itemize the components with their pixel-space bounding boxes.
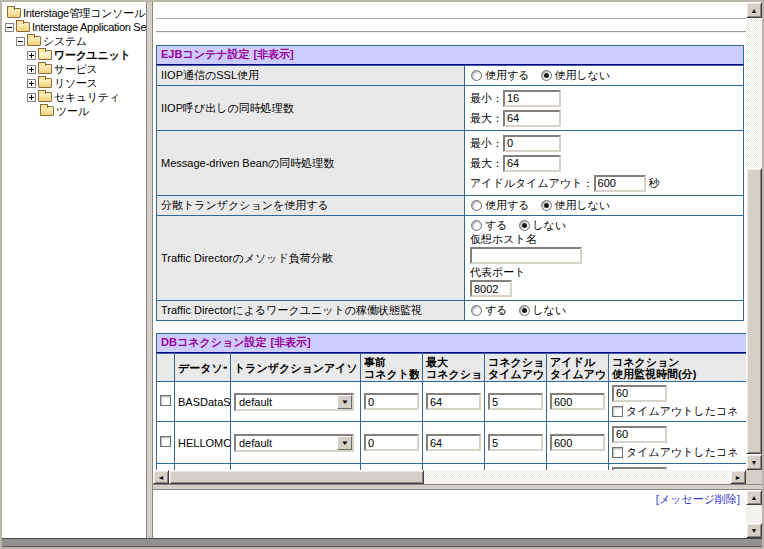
max-label: 最大：	[470, 111, 503, 126]
plus-expander-icon[interactable]	[27, 93, 36, 102]
row-select-checkbox[interactable]	[160, 436, 171, 447]
radio-td-monitor-yes[interactable]	[471, 305, 482, 316]
radio-td-monitor-yes-label[interactable]: する	[485, 303, 508, 318]
timeout-connection-checkbox-label[interactable]: タイムアウトしたコネ	[626, 404, 739, 419]
mdb-min-input[interactable]	[503, 135, 561, 152]
idle-timeout-input[interactable]	[550, 434, 605, 451]
tree-item-label: Interstage Application Server	[32, 21, 146, 33]
datasource-name: HELLOMC	[175, 422, 231, 464]
mdb-idle-timeout-input[interactable]	[594, 175, 646, 192]
scroll-down-button[interactable]	[746, 454, 762, 470]
connection-timeout-input[interactable]	[488, 434, 543, 451]
plus-expander-icon[interactable]	[27, 65, 36, 74]
plus-expander-icon[interactable]	[27, 51, 36, 60]
scroll-up-button[interactable]	[746, 2, 762, 18]
scroll-left-button[interactable]	[153, 470, 169, 484]
radio-dtx-not-use[interactable]	[541, 200, 552, 211]
radio-dtx-not-use-label[interactable]: 使用しない	[555, 198, 611, 213]
frame-splitter-vertical[interactable]	[146, 2, 153, 538]
tree-item-workunit[interactable]: ワークユニット	[5, 48, 146, 62]
pre-connect-input[interactable]	[364, 434, 419, 451]
radio-td-method-yes-label[interactable]: する	[485, 218, 508, 233]
scroll-down-button[interactable]	[746, 523, 762, 538]
col-max-connection: 最大コネクション数	[423, 354, 485, 382]
row-distributed-transaction: 分散トランザクションを使用する 使用する 使用しない	[157, 196, 744, 216]
radio-ssl-use[interactable]	[471, 70, 482, 81]
tree-item-tool[interactable]: ツール	[5, 104, 146, 118]
connection-timeout-input[interactable]	[488, 393, 543, 410]
tree-item-console-root[interactable]: Interstage管理コンソール	[5, 6, 146, 20]
radio-ssl-use-label[interactable]: 使用する	[485, 68, 530, 83]
minus-expander-icon[interactable]	[5, 23, 14, 32]
virtual-host-input[interactable]	[470, 247, 582, 264]
col-transaction-isolation: トランザクションアイソレーションレベル	[231, 354, 361, 382]
timeout-connection-checkbox-label[interactable]: タイムアウトしたコネ	[626, 445, 739, 460]
radio-ssl-not-use-label[interactable]: 使用しない	[555, 68, 611, 83]
timeout-connection-checkbox[interactable]	[612, 447, 623, 458]
minus-expander-icon[interactable]	[16, 37, 25, 46]
folder-icon	[38, 64, 52, 74]
radio-td-method-yes[interactable]	[471, 220, 482, 231]
row-td-status-monitor: Traffic Directorによるワークユニットの稼働状態監視 する しない	[157, 301, 744, 321]
radio-td-monitor-no[interactable]	[519, 305, 530, 316]
idle-timeout-input[interactable]	[550, 393, 605, 410]
isolation-level-select[interactable]: default	[234, 434, 354, 452]
timeout-connection-checkbox[interactable]	[612, 406, 623, 417]
message-delete-link[interactable]: [メッセージ削除]	[656, 492, 740, 507]
dropdown-arrow-icon[interactable]	[337, 395, 352, 409]
db-hide-toggle-link[interactable]: [非表示]	[270, 336, 310, 348]
open-folder-icon	[38, 50, 52, 60]
dropdown-arrow-icon[interactable]	[337, 436, 352, 450]
tree-item-label: サービス	[54, 62, 98, 77]
db-connection-table: データソース名 トランザクションアイソレーションレベル 事前コネクト数 最大コネ…	[156, 353, 746, 470]
message-vertical-scrollbar[interactable]	[746, 490, 762, 538]
tree-item-service[interactable]: サービス	[5, 62, 146, 76]
row-iiop-concurrency: IIOP呼び出しの同時処理数 最小： 最大：	[157, 86, 744, 131]
horizontal-scrollbar[interactable]	[153, 470, 746, 484]
row-mdb-concurrency: Message-driven Beanの同時処理数 最小： 最大：	[157, 131, 744, 196]
ejb-section-header: EJBコンテナ設定[非表示]	[156, 45, 744, 65]
mdb-max-input[interactable]	[503, 155, 561, 172]
pre-connect-input[interactable]	[364, 393, 419, 410]
ejb-section-title: EJBコンテナ設定	[161, 48, 249, 60]
representative-port-input[interactable]	[470, 280, 512, 297]
folder-icon	[27, 36, 41, 46]
scroll-up-button[interactable]	[746, 490, 762, 505]
radio-dtx-use[interactable]	[471, 200, 482, 211]
status-bar	[2, 538, 762, 547]
mdb-concurrency-label: Message-driven Beanの同時処理数	[157, 131, 465, 196]
iiop-min-input[interactable]	[503, 90, 561, 107]
radio-td-method-no-label[interactable]: しない	[533, 218, 567, 233]
scroll-right-button[interactable]	[730, 470, 746, 484]
vertical-scrollbar[interactable]	[746, 2, 762, 470]
ejb-settings-table: IIOP通信のSSL使用 使用する 使用しない	[156, 65, 744, 321]
distributed-transaction-label: 分散トランザクションを使用する	[157, 196, 465, 216]
plus-expander-icon[interactable]	[27, 79, 36, 88]
tree-item-label: リソース	[54, 76, 98, 91]
datasource-name: BASDataSource	[175, 382, 231, 422]
settings-frame: EJBコンテナ設定[非表示] IIOP通信のSSL使用 使用する	[153, 2, 762, 484]
tree-item-label: システム	[43, 34, 87, 49]
radio-ssl-not-use[interactable]	[541, 70, 552, 81]
radio-td-method-no[interactable]	[519, 220, 530, 231]
vertical-scrollbar-thumb[interactable]	[746, 168, 762, 454]
radio-dtx-use-label[interactable]: 使用する	[485, 198, 530, 213]
horizontal-scrollbar-thumb[interactable]	[169, 470, 424, 484]
usage-monitor-time-input[interactable]	[612, 385, 667, 402]
tree-item-resource[interactable]: リソース	[5, 76, 146, 90]
iiop-max-input[interactable]	[503, 110, 561, 127]
tree-item-system[interactable]: システム	[5, 34, 146, 48]
tree-item-security[interactable]: セキュリティ	[5, 90, 146, 104]
usage-monitor-time-input[interactable]	[612, 426, 667, 443]
row-select-checkbox[interactable]	[160, 395, 171, 406]
ejb-hide-toggle-link[interactable]: [非表示]	[253, 48, 293, 60]
isolation-level-select[interactable]: default	[234, 393, 354, 411]
db-row-hellomc: HELLOMC default	[157, 422, 747, 464]
radio-td-monitor-no-label[interactable]: しない	[533, 303, 567, 318]
max-connection-input[interactable]	[426, 393, 481, 410]
max-connection-input[interactable]	[426, 434, 481, 451]
db-header-row: データソース名 トランザクションアイソレーションレベル 事前コネクト数 最大コネ…	[157, 354, 747, 382]
tree-item-application-server[interactable]: Interstage Application Server	[5, 20, 146, 34]
col-idle-timeout: アイドルタイムアウト(秒)	[547, 354, 609, 382]
horizontal-rule	[156, 19, 746, 33]
